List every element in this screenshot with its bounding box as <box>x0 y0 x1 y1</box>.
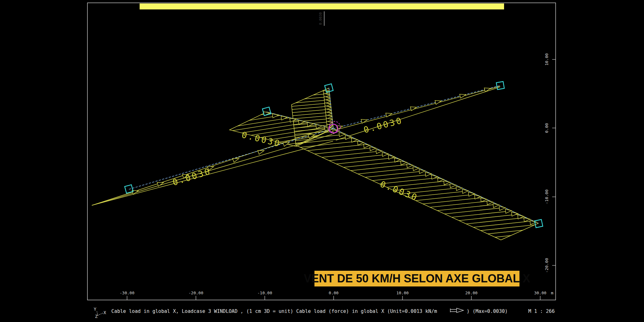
triad-label-z: Z <box>95 314 97 319</box>
x-axis-unit-label: m <box>551 291 553 295</box>
title-banner-text: VENT DE 50 KM/H SELON AXE GLOBAL X <box>304 272 530 285</box>
triad-label-y: Y <box>94 307 97 312</box>
y-axis-tick-label: -20.00 <box>544 258 549 273</box>
y-axis-tick-label: 0.00 <box>544 123 549 133</box>
triad-label-x: X <box>103 310 106 315</box>
wingraf-viewport[interactable]: 0.0030 -30.00-20.00-10.000.0010.0020.003… <box>0 0 644 322</box>
x-axis-tick-label: 20.00 <box>465 291 477 295</box>
x-axis-tick-label: 10.00 <box>396 291 408 295</box>
x-axis-tick-label: -10.00 <box>258 291 272 295</box>
plot-scale-text: M 1 : 266 <box>528 308 555 314</box>
title-banner: VENT DE 50 KM/H SELON AXE GLOBAL X <box>304 271 530 286</box>
x-axis-tick-label: 0.00 <box>329 291 338 295</box>
x-axis-tick-label: -20.00 <box>189 291 203 295</box>
status-bar: Cable load in global X, Loadcase 3 WINDL… <box>111 308 555 314</box>
status-max-text: ) (Max=0.0030) <box>467 308 508 314</box>
x-axis-tick-label: -30.00 <box>120 291 135 295</box>
y-axis-tick-label: 10.00 <box>544 53 549 65</box>
top-color-bar <box>140 3 504 9</box>
y-axis-tick-label: -10.00 <box>544 190 549 204</box>
top-ruler-label: 0.0030 <box>319 12 323 25</box>
x-axis-tick-label: 30.00 <box>534 291 546 295</box>
status-text: Cable load in global X, Loadcase 3 WINDL… <box>111 308 437 314</box>
